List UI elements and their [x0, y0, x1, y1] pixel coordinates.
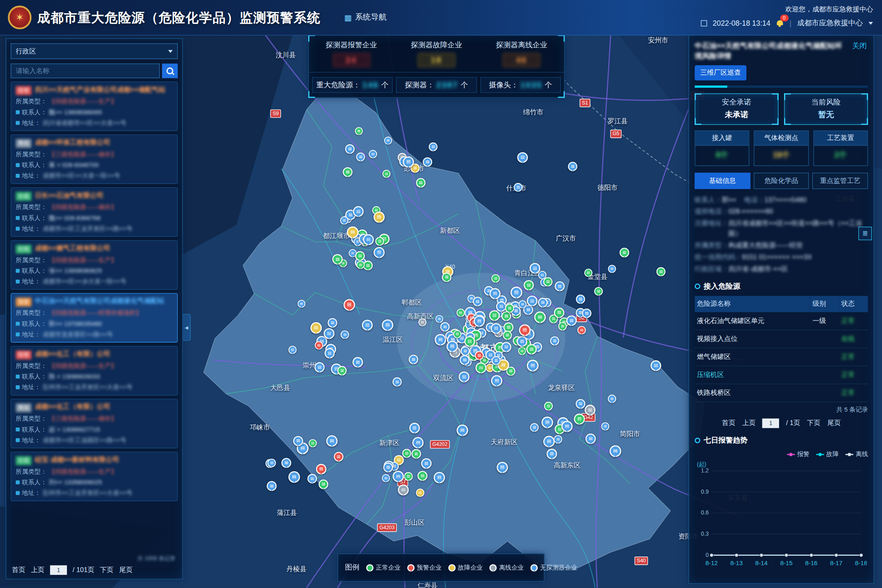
map-pin-green[interactable]: ▤	[382, 170, 390, 178]
close-panel-button[interactable]: 关闭	[852, 41, 867, 51]
map-pin-blue[interactable]: ▤	[576, 399, 586, 409]
map-pin-red[interactable]: ▤	[577, 326, 586, 334]
left-panel-collapse-button[interactable]: ◀	[183, 314, 191, 341]
map-pin-blue[interactable]: ▤	[324, 348, 334, 359]
map-pin-blue[interactable]: ▤	[293, 436, 303, 446]
map-pin-blue[interactable]: ▤	[423, 157, 432, 167]
company-card[interactable]: 在线成都××燃气工程有限公司所属类型：【四级危险源——生产】联系人：张×× 13…	[11, 240, 178, 290]
company-card[interactable]: 离线成都××环保工程有限公司所属类型：【三级危险源——储存】联系人：蒋 × 02…	[11, 134, 178, 184]
map-pin-blue[interactable]: ▤	[429, 142, 437, 151]
map-pin-blue[interactable]: ▤	[546, 449, 557, 459]
map-pin-green[interactable]: ▤	[505, 303, 514, 312]
pagination-next[interactable]: 下页	[807, 419, 820, 428]
company-card[interactable]: 在线硅宝·成都××新材料有限公司所属类型：【四级危险源——生产】联系人：刘×× …	[11, 452, 178, 501]
map-pin-yellow[interactable]: ▤	[416, 488, 424, 497]
hazard-name[interactable]: 液化石油气储罐区单元	[695, 312, 810, 330]
map-pin-blue[interactable]: ▤	[566, 315, 577, 326]
tab-基础信息[interactable]: 基础信息	[695, 173, 750, 189]
company-card[interactable]: 预警中石油××天然气有限公司成都液化气储配站所属类型：【四级危险源——经营存储场…	[11, 293, 178, 343]
tab-重点监管工艺[interactable]: 重点监管工艺	[813, 173, 868, 189]
map-pin-blue[interactable]: ▤	[345, 144, 354, 154]
map-pin-blue[interactable]: ▤	[409, 423, 420, 433]
map-pin-green[interactable]: ▤	[594, 287, 603, 296]
map-pin-green[interactable]: ▤	[526, 344, 537, 354]
map-pin-blue[interactable]: ▤	[434, 472, 445, 483]
map-pin-green[interactable]: ▤	[534, 312, 546, 323]
company-card[interactable]: 报警成都××化工（有限）公司所属类型：【四级危险源——生产】联系人：陈 × 13…	[11, 346, 178, 395]
district-select[interactable]: 行政区	[11, 43, 178, 59]
map-pin-blue[interactable]: ▤	[440, 322, 450, 332]
search-button[interactable]	[162, 64, 178, 78]
map-pin-green[interactable]: ▤	[584, 269, 592, 277]
map-pin-blue[interactable]: ▤	[267, 481, 276, 491]
map-pin-blue[interactable]: ▤	[490, 288, 501, 299]
map-pin-green[interactable]: ▤	[558, 322, 567, 330]
map-pin-blue[interactable]: ▤	[457, 425, 468, 436]
map-pin-blue[interactable]: ▤	[408, 355, 418, 364]
map-pin-blue[interactable]: ▤	[601, 422, 609, 430]
map-pin-blue[interactable]: ▤	[497, 462, 508, 473]
hazard-table-row[interactable]: 压缩机区正常	[695, 366, 868, 384]
map-pin-blue[interactable]: ▤	[582, 309, 591, 318]
map-pin-blue[interactable]: ▤	[585, 434, 595, 444]
hazard-name[interactable]: 视频接入点位	[695, 330, 810, 348]
page-input[interactable]	[762, 419, 779, 428]
fullscreen-icon[interactable]	[701, 20, 707, 26]
map-pin-blue[interactable]: ▤	[526, 296, 537, 306]
map-pin-blue[interactable]: ▤	[543, 436, 555, 447]
map-pin-blue[interactable]: ▤	[435, 315, 443, 323]
map-pin-blue[interactable]: ▤	[326, 435, 337, 447]
map-pin-blue[interactable]: ▤	[403, 156, 414, 167]
hazard-name[interactable]: 燃气储罐区	[695, 348, 810, 366]
map-pin-green[interactable]: ▤	[489, 310, 499, 321]
map-pin-green[interactable]: ▤	[356, 261, 365, 269]
map-pin-blue[interactable]: ▤	[383, 462, 393, 472]
map-pin-blue[interactable]: ▤	[518, 300, 526, 308]
map-pin-blue[interactable]: ▤	[412, 437, 424, 448]
map-pin-blue[interactable]: ▤	[288, 471, 300, 482]
pagination-first[interactable]: 首页	[722, 419, 735, 428]
map-pin-green[interactable]: ▤	[404, 472, 412, 480]
pagination-prev[interactable]: 上页	[31, 565, 45, 575]
company-card[interactable]: 报警四川××天然气产业有限公司成都××储配气站所属类型：【四级危险源——生产】联…	[11, 82, 178, 131]
map-pin-green[interactable]: ▤	[309, 439, 317, 447]
map-pin-green[interactable]: ▤	[457, 308, 465, 316]
company-card[interactable]: 离线成都××化工（有限）公司所属类型：【三级危险源——储存】联系人：赵 × 13…	[11, 399, 178, 448]
pagination-last[interactable]: 尾页	[119, 565, 133, 575]
map-pin-blue[interactable]: ▤	[327, 318, 337, 327]
tab-危险化学品[interactable]: 危险化学品	[753, 173, 809, 189]
map-pin-blue[interactable]: ▤	[352, 357, 363, 368]
map-pin-blue[interactable]: ▤	[356, 152, 365, 161]
map-pin-blue[interactable]: ▤	[561, 421, 572, 432]
map-pin-green[interactable]: ▤	[442, 272, 451, 282]
system-nav-button[interactable]: ▦ 系统导航	[344, 12, 387, 22]
map-pin-green[interactable]: ▤	[411, 449, 421, 459]
hazard-name[interactable]: 铁路栈桥区	[695, 384, 810, 402]
pagination-first[interactable]: 首页	[12, 565, 25, 575]
map-pin-blue[interactable]: ▤	[472, 297, 482, 306]
map-pin-green[interactable]: ▤	[543, 277, 552, 287]
map-pin-blue[interactable]: ▤	[460, 355, 470, 365]
trend-legend-item[interactable]: 故障	[816, 450, 839, 459]
trend-legend-item[interactable]: 报警	[787, 450, 809, 459]
plant-3d-tour-button[interactable]: 三维厂区巡查	[695, 65, 746, 80]
map-pin-blue[interactable]: ▤	[307, 474, 316, 483]
pagination-last[interactable]: 尾页	[827, 419, 841, 428]
hazard-table-row[interactable]: 液化石油气储罐区单元一级正常	[695, 312, 868, 330]
pagination-prev[interactable]: 上页	[742, 419, 755, 428]
notification-bell-button[interactable]: 0	[776, 19, 784, 27]
map-pin-red[interactable]: ▤	[316, 464, 327, 474]
map-pin-blue[interactable]: ▤	[421, 459, 432, 469]
map-pin-red[interactable]: ▤	[343, 299, 355, 310]
hazard-table-row[interactable]: 铁路栈桥区正常	[695, 384, 868, 402]
map-pin-blue[interactable]: ▤	[281, 458, 291, 468]
map-pin-blue[interactable]: ▤	[608, 265, 616, 273]
map-pin-blue[interactable]: ▤	[314, 362, 325, 372]
search-input[interactable]	[11, 64, 160, 78]
map-pin-blue[interactable]: ▤	[555, 281, 565, 291]
map-pin-gray[interactable]: ▤	[418, 318, 426, 327]
map-pin-blue[interactable]: ▤	[340, 216, 348, 225]
map-pin-blue[interactable]: ▤	[517, 152, 528, 163]
map-pin-blue[interactable]: ▤	[491, 375, 503, 387]
map-pin-blue[interactable]: ▤	[510, 286, 522, 298]
